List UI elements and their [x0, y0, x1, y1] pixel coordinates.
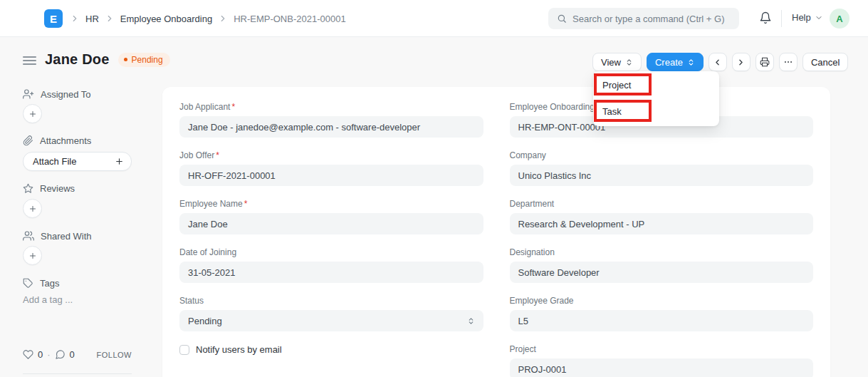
form-card: Job Applicant* Jane Doe - janedoe@exampl… — [162, 87, 830, 377]
status-value: Pending — [188, 316, 222, 326]
cancel-button-label: Cancel — [811, 57, 840, 68]
star-icon — [23, 183, 33, 194]
logo-letter: E — [50, 13, 57, 25]
status-label: Status — [179, 296, 204, 306]
employee-name-input[interactable]: Jane Doe — [179, 213, 483, 234]
department-input[interactable]: Research & Development - UP — [510, 213, 814, 234]
company-input[interactable]: Unico Plastics Inc — [510, 165, 814, 186]
breadcrumb-item-hr[interactable]: HR — [85, 14, 99, 24]
status-badge-label: Pending — [132, 55, 163, 65]
comment-icon[interactable] — [55, 349, 66, 360]
plus-icon — [28, 110, 37, 118]
plus-icon — [28, 205, 37, 213]
search-icon — [557, 14, 567, 24]
sidebar-divider — [23, 373, 132, 374]
select-chevrons-icon — [625, 58, 633, 66]
department-label: Department — [510, 199, 555, 209]
add-review-button[interactable] — [23, 199, 42, 218]
avatar[interactable]: A — [830, 9, 849, 29]
add-tag-input[interactable]: Add a tag ... — [23, 294, 73, 305]
app-logo[interactable]: E — [44, 9, 63, 28]
bell-icon[interactable] — [759, 11, 772, 24]
tag-icon — [23, 278, 33, 289]
users-icon — [23, 230, 34, 242]
field-job-offer: Job Offer* HR-OFF-2021-00001 — [179, 150, 483, 186]
form-column-right: Employee Onboarding Template HR-EMP-ONT-… — [510, 102, 814, 377]
create-button[interactable]: Create — [647, 53, 704, 71]
designation-input[interactable]: Software Developer — [510, 262, 814, 283]
menu-button[interactable] — [779, 53, 798, 71]
chevron-down-icon — [815, 14, 823, 22]
breadcrumb: HR Employee Onboarding HR-EMP-ONB-2021-0… — [70, 0, 346, 37]
employee-name-label: Employee Name — [179, 199, 243, 209]
employee-grade-input[interactable]: L5 — [510, 310, 814, 331]
sidebar-toggle-icon[interactable] — [23, 55, 36, 65]
breadcrumb-item-doctype[interactable]: Employee Onboarding — [120, 14, 212, 24]
reviews-label: Reviews — [40, 183, 75, 194]
search-input[interactable] — [572, 14, 731, 24]
help-label: Help — [792, 12, 811, 23]
page-header-left: Jane Doe Pending — [23, 51, 170, 68]
follow-button[interactable]: FOLLOW — [97, 351, 132, 359]
notify-users-checkbox[interactable] — [179, 345, 189, 355]
reviews-section: Reviews — [23, 183, 75, 194]
page-title: Jane Doe — [45, 51, 110, 68]
field-project: Project PROJ-0001 — [510, 344, 814, 377]
top-navbar: E HR Employee Onboarding HR-EMP-ONB-2021… — [0, 0, 868, 37]
required-mark: * — [244, 199, 248, 209]
add-assignment-button[interactable] — [23, 104, 42, 123]
assigned-to-label: Assigned To — [41, 89, 91, 100]
field-employee-grade: Employee Grade L5 — [510, 296, 814, 331]
user-plus-icon — [23, 88, 34, 100]
separator: · — [47, 349, 50, 360]
status-badge: Pending — [118, 53, 170, 67]
chevron-right-icon — [70, 14, 80, 24]
previous-document-button[interactable] — [708, 53, 727, 71]
create-button-label: Create — [655, 57, 683, 68]
assigned-to-section: Assigned To — [23, 88, 91, 100]
field-company: Company Unico Plastics Inc — [510, 150, 814, 186]
global-search[interactable] — [548, 8, 739, 29]
attach-file-button[interactable]: Attach File — [23, 152, 132, 171]
date-of-joining-input[interactable]: 31-05-2021 — [179, 262, 483, 283]
attachments-label: Attachments — [40, 135, 91, 146]
select-chevrons-icon — [687, 58, 695, 66]
heart-icon[interactable] — [23, 349, 33, 360]
view-button[interactable]: View — [592, 53, 642, 71]
job-offer-input[interactable]: HR-OFF-2021-00001 — [179, 165, 483, 186]
comments-count: 0 — [70, 349, 75, 360]
notify-users-label: Notify users by email — [196, 344, 282, 355]
navbar-divider — [781, 10, 782, 27]
required-mark: * — [216, 150, 219, 160]
breadcrumb-item-current: HR-EMP-ONB-2021-00001 — [234, 14, 346, 24]
ellipsis-icon — [783, 57, 793, 67]
job-applicant-input[interactable]: Jane Doe - janedoe@example.com - softwar… — [179, 116, 483, 138]
field-status: Status Pending — [179, 296, 483, 331]
create-menu-item-project[interactable]: Project — [598, 75, 714, 95]
form-column-left: Job Applicant* Jane Doe - janedoe@exampl… — [179, 102, 483, 377]
next-document-button[interactable] — [732, 53, 751, 71]
field-department: Department Research & Development - UP — [510, 199, 814, 234]
job-offer-label: Job Offer — [179, 150, 214, 160]
chevron-right-icon — [736, 58, 746, 67]
create-menu-item-task[interactable]: Task — [598, 101, 714, 121]
shared-with-label: Shared With — [41, 231, 92, 242]
print-button[interactable] — [755, 53, 774, 71]
project-input[interactable]: PROJ-0001 — [510, 358, 814, 377]
designation-label: Designation — [510, 247, 555, 257]
paperclip-icon — [23, 135, 33, 146]
job-applicant-label: Job Applicant — [179, 102, 230, 112]
date-of-joining-label: Date of Joining — [179, 247, 236, 257]
create-dropdown-menu: Project Task — [593, 71, 719, 126]
status-dot-icon — [124, 58, 127, 61]
add-share-button[interactable] — [23, 246, 42, 265]
chevron-left-icon — [713, 58, 722, 67]
page-header-actions: View Create Cancel — [592, 53, 848, 71]
select-chevrons-icon — [467, 317, 475, 325]
project-label: Project — [510, 344, 536, 354]
status-select[interactable]: Pending — [179, 310, 483, 331]
employee-grade-label: Employee Grade — [510, 296, 574, 306]
help-menu[interactable]: Help — [792, 12, 823, 23]
required-mark: * — [231, 102, 235, 112]
cancel-button[interactable]: Cancel — [802, 53, 848, 71]
